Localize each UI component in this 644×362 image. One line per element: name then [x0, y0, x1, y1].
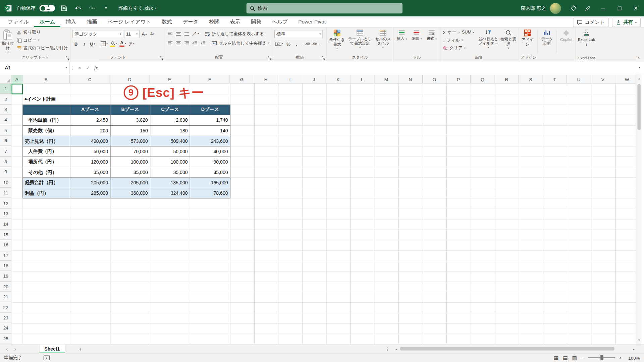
- addins-button[interactable]: アドイン: [520, 29, 535, 55]
- align-middle-button[interactable]: [174, 30, 182, 38]
- active-cell-A1[interactable]: [11, 84, 23, 95]
- zoom-in-icon[interactable]: +: [619, 355, 622, 360]
- row-header-24[interactable]: 24: [0, 323, 11, 334]
- formula-bar-expand-icon[interactable]: ▾: [635, 61, 644, 74]
- ribbon-tab[interactable]: 開発: [246, 16, 266, 27]
- table-label-cell[interactable]: 売上見込（円）: [23, 136, 70, 146]
- format-as-table-button[interactable]: テーブルとして書式設定 ▾: [347, 29, 373, 55]
- user-name[interactable]: 森太郎 窓之: [521, 5, 546, 11]
- ribbon-tab[interactable]: 校閲: [204, 16, 224, 27]
- row-header-13[interactable]: 13: [0, 208, 11, 219]
- close-button[interactable]: ×: [628, 0, 644, 16]
- orientation-button[interactable]: ▾: [191, 30, 200, 38]
- row-header-15[interactable]: 15: [0, 229, 11, 240]
- table-value-cell[interactable]: 490,000: [70, 136, 110, 146]
- table-value-cell[interactable]: 40,000: [190, 146, 230, 157]
- wrap-text-button[interactable]: 折り返して全体を表示する: [203, 30, 265, 38]
- name-box[interactable]: A1▾: [0, 61, 70, 74]
- number-dialog-launcher[interactable]: [322, 56, 325, 60]
- minimize-button[interactable]: ─: [595, 0, 611, 16]
- ribbon-tab[interactable]: ヘルプ: [267, 16, 293, 27]
- font-size-combo[interactable]: 11▾: [124, 30, 140, 38]
- table-value-cell[interactable]: 324,400: [150, 188, 190, 198]
- table-value-cell[interactable]: 35,000: [190, 167, 230, 178]
- collapse-ribbon-button[interactable]: ∧: [638, 56, 640, 59]
- table-value-cell[interactable]: 2,830: [150, 115, 190, 126]
- horizontal-scroll-thumb[interactable]: [400, 347, 614, 351]
- page-break-view-icon[interactable]: ▥: [572, 355, 577, 361]
- search-input[interactable]: [258, 5, 399, 11]
- ribbon-tab[interactable]: 挿入: [60, 16, 81, 27]
- find-select-button[interactable]: 検索と選択 ▾: [500, 29, 517, 55]
- share-button[interactable]: 共有 ▾: [612, 18, 641, 27]
- column-header-W[interactable]: W: [615, 75, 636, 84]
- borders-button[interactable]: ▾: [100, 40, 109, 48]
- zoom-slider[interactable]: [588, 357, 615, 358]
- insert-function-icon[interactable]: fx: [92, 61, 100, 74]
- ribbon-tab[interactable]: 数式: [156, 16, 177, 27]
- vertical-scrollbar[interactable]: ▴ ▾: [636, 74, 642, 344]
- table-value-cell[interactable]: 509,400: [150, 136, 190, 146]
- comma-style-button[interactable]: ,: [293, 40, 300, 48]
- increase-decimal-button[interactable]: ←.00: [301, 40, 311, 48]
- ribbon-tab[interactable]: Power Pivot: [293, 16, 331, 27]
- zoom-level[interactable]: 100%: [626, 355, 640, 360]
- conditional-formatting-button[interactable]: 条件付き書式 ▾: [328, 29, 346, 55]
- table-value-cell[interactable]: 2,450: [70, 115, 110, 126]
- column-header-B[interactable]: B: [22, 75, 70, 84]
- merge-center-button[interactable]: セルを結合して中央揃え ▾: [210, 40, 271, 47]
- column-header-T[interactable]: T: [543, 75, 567, 84]
- table-value-cell[interactable]: 1,740: [190, 115, 230, 126]
- table-header-cell[interactable]: Cブース: [150, 105, 190, 115]
- format-painter-button[interactable]: 書式のコピー/貼り付け: [15, 44, 69, 52]
- ribbon-tab[interactable]: 描画: [82, 16, 102, 27]
- column-header-M[interactable]: M: [374, 75, 398, 84]
- row-header-1[interactable]: 1: [0, 84, 11, 94]
- table-label-cell[interactable]: 経費合計（円）: [23, 178, 70, 188]
- cut-button[interactable]: 切り取り: [15, 29, 69, 36]
- prev-sheet-icon[interactable]: ‹: [3, 344, 11, 353]
- copy-button[interactable]: コピー ▾: [15, 37, 69, 44]
- row-header-12[interactable]: 12: [0, 198, 11, 208]
- table-label-cell[interactable]: その他（円）: [23, 167, 70, 178]
- ribbon-tab[interactable]: ホーム: [34, 16, 60, 27]
- row-header-8[interactable]: 8: [0, 157, 11, 167]
- insert-cells-button[interactable]: 挿入 ▾: [395, 29, 409, 55]
- paste-button[interactable]: 貼り付け ▾: [1, 29, 15, 55]
- ribbon-tab[interactable]: データ: [177, 16, 204, 27]
- table-value-cell[interactable]: 70,000: [110, 146, 150, 157]
- column-header-O[interactable]: O: [423, 75, 447, 84]
- row-header-9[interactable]: 9: [0, 167, 11, 177]
- row-header-14[interactable]: 14: [0, 219, 11, 229]
- horizontal-scrollbar[interactable]: ◂ ▸: [393, 346, 637, 352]
- excel-labs-button[interactable]: Excel Labs: [577, 29, 596, 55]
- document-title[interactable]: 罫線を引く.xlsx▾: [118, 5, 157, 12]
- row-header-20[interactable]: 20: [0, 282, 11, 292]
- row-header-5[interactable]: 5: [0, 125, 11, 136]
- italic-button[interactable]: I: [80, 40, 88, 48]
- formula-bar-handle[interactable]: ⋮: [70, 61, 75, 74]
- search-box[interactable]: [247, 3, 402, 14]
- row-header-2[interactable]: 2: [0, 94, 11, 105]
- table-value-cell[interactable]: 3,820: [110, 115, 150, 126]
- font-dialog-launcher[interactable]: [160, 56, 163, 60]
- scroll-up-icon[interactable]: ▴: [636, 75, 642, 82]
- row-header-25[interactable]: 25: [0, 334, 11, 344]
- increase-font-size-button[interactable]: A▾: [141, 30, 148, 38]
- table-value-cell[interactable]: 285,000: [70, 188, 110, 198]
- sort-filter-button[interactable]: 並べ替えとフィルター ▾: [478, 29, 499, 55]
- select-all-button[interactable]: [0, 75, 11, 84]
- ribbon-tab[interactable]: ファイル: [2, 16, 34, 27]
- column-header-A[interactable]: A: [11, 75, 22, 84]
- table-header-cell[interactable]: Bブース: [110, 105, 150, 115]
- table-header-cell[interactable]: [23, 105, 70, 115]
- table-value-cell[interactable]: 205,000: [110, 178, 150, 188]
- table-value-cell[interactable]: 50,000: [150, 146, 190, 157]
- column-header-H[interactable]: H: [254, 75, 278, 84]
- table-label-cell[interactable]: 利益（円）: [23, 188, 70, 198]
- ribbon-tab[interactable]: 表示: [225, 16, 246, 27]
- phonetic-guide-button[interactable]: ア▾: [128, 40, 136, 48]
- decrease-indent-button[interactable]: [191, 39, 198, 47]
- row-header-16[interactable]: 16: [0, 240, 11, 250]
- align-top-button[interactable]: [166, 30, 174, 38]
